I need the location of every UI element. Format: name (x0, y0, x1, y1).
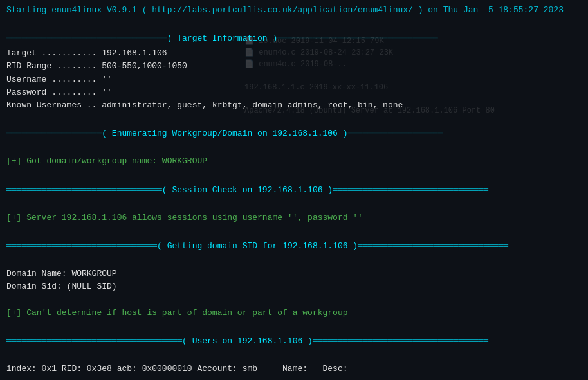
spacer-2 (6, 112, 582, 125)
spacer-11 (6, 375, 582, 380)
cant-determine-line: [+] Can't determine if host is part of d… (6, 307, 582, 320)
password-line: Password ......... '' (6, 86, 582, 99)
domain-sid-line: Domain Sid: (NULL SID) (6, 280, 582, 293)
spacer-7 (6, 255, 582, 267)
spacer-10 (6, 350, 582, 363)
index-line: index: 0x1 RID: 0x3e8 acb: 0x00000010 Ac… (6, 363, 582, 375)
divider-session-label: ( Session Check on 192.168.1.106 ) (162, 185, 333, 195)
username-line: Username ......... '' (6, 73, 582, 86)
terminal-window: Starting enum4linux V0.9.1 ( http://labs… (0, 0, 588, 380)
session-info-line: [+] Server 192.168.1.106 allows sessions… (6, 212, 582, 224)
divider-sid: ══════════════════════════════ ( Getting… (6, 241, 582, 251)
spacer-4 (6, 168, 582, 181)
start-line: Starting enum4linux V0.9.1 ( http://labs… (6, 4, 582, 17)
spacer-8 (6, 293, 582, 306)
divider-users-label: ( Users on 192.168.1.106 ) (182, 336, 313, 346)
divider-target-label: ( Target Information ) (167, 33, 278, 43)
spacer-5 (6, 199, 582, 212)
divider-enum-label: ( Enumerating Workgroup/Domain on 192.16… (102, 129, 347, 138)
target-line: Target ........... 192.168.1.106 (6, 47, 582, 60)
rid-range-line: RID Range ........ 500-550,1000-1050 (6, 60, 582, 73)
spacer-1 (6, 17, 582, 30)
spacer-6 (6, 224, 582, 237)
divider-users: ═══════════════════════════════════ ( Us… (6, 336, 582, 346)
spacer-9 (6, 320, 582, 332)
known-usernames-line: Known Usernames .. administrator, guest,… (6, 99, 582, 112)
divider-sid-label: ( Getting domain SID for 192.168.1.106 ) (157, 241, 358, 251)
divider-enum: ═══════════════════ ( Enumerating Workgr… (6, 129, 582, 138)
divider-session: ═══════════════════════════════ ( Sessio… (6, 185, 582, 195)
divider-target: ════════════════════════════════ ( Targe… (6, 33, 582, 43)
domain-name-line: Domain Name: WORKGROUP (6, 267, 582, 280)
spacer-3 (6, 142, 582, 155)
got-workgroup-line: [+] Got domain/workgroup name: WORKGROUP (6, 155, 582, 168)
